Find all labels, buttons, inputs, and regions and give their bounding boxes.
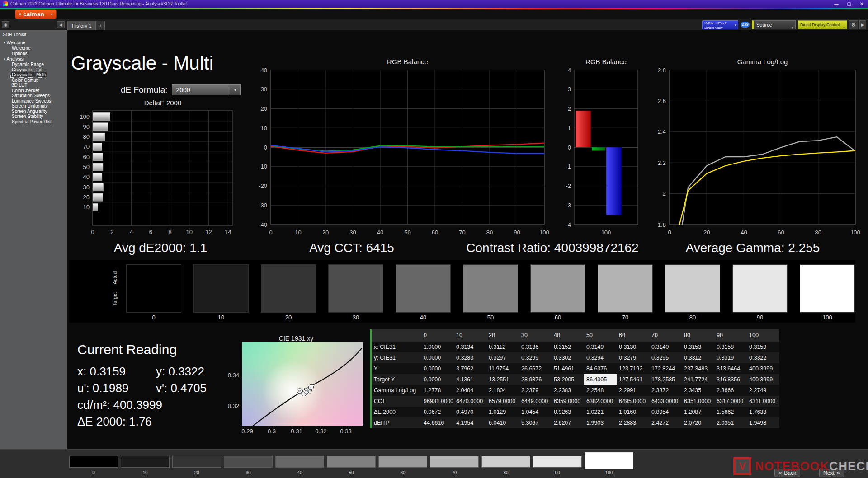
sidebar-section-label: Analysis (7, 56, 24, 61)
sidebar-title: SDR Toolkit (0, 30, 67, 40)
swatch-label: 30 (328, 314, 383, 321)
table-cell: 96931.0000 (421, 396, 454, 407)
pattern-thumb-30[interactable] (224, 456, 273, 468)
sidebar-item-welcome[interactable]: Welcome (0, 46, 67, 51)
display-control-dropdown[interactable]: Direct Display Control ▼ (798, 20, 847, 29)
sidebar-item-label: Dynamic Range (11, 62, 45, 67)
svg-text:2.8: 2.8 (658, 67, 666, 74)
sidebar-item-spectral-power-dist[interactable]: Spectral Power Dist. (0, 119, 67, 125)
svg-text:30: 30 (83, 184, 90, 191)
sidebar-item-grayscale-2pt[interactable]: Grayscale - 2pt (0, 67, 67, 73)
table-cell: 400.3999 (747, 363, 779, 374)
svg-text:RGB Balance: RGB Balance (387, 58, 428, 66)
sidebar-collapse-button[interactable]: ◀ (57, 21, 65, 28)
sidebar-item-colorchecker[interactable]: ColorChecker (0, 88, 67, 94)
tab-add-icon: + (99, 23, 102, 28)
advance-button[interactable]: ▶ (859, 20, 866, 29)
table-cell: Target Y (372, 374, 421, 385)
pattern-thumb-10[interactable] (121, 456, 170, 468)
main-content: Grayscale - Multi dE Formula: 2000 ▼ 024… (67, 30, 868, 449)
pattern-thumb-label: 80 (481, 470, 530, 475)
next-button[interactable]: Next » (819, 469, 844, 477)
table-cell: 0.0000 (421, 374, 454, 385)
table-cell: 6359.0000 (552, 396, 584, 407)
svg-text:50: 50 (404, 229, 410, 236)
svg-text:0: 0 (264, 144, 267, 151)
pattern-thumb-80[interactable] (481, 456, 530, 468)
meter-button[interactable]: X-Rite i1Pro 2 Direct View ▼ (702, 20, 738, 29)
table-cell: 0.3159 (747, 342, 779, 352)
chevron-down-icon: ▼ (734, 24, 737, 27)
sidebar-item-label: Spectral Power Dist. (11, 119, 54, 124)
sidebar-item-screen-stability[interactable]: Screen Stability (0, 114, 67, 119)
pattern-thumb-70[interactable] (430, 456, 479, 468)
calman-menu-button[interactable]: ✳ calman ▼ (15, 10, 56, 19)
sidebar-item-3d-lut[interactable]: 3D LUT (0, 83, 67, 88)
close-button[interactable]: ✕ (855, 0, 868, 8)
pattern-thumb-20[interactable] (172, 456, 221, 468)
reading-u: u': 0.1989 (77, 381, 128, 395)
table-cell: 313.6464 (714, 363, 747, 374)
tab-add-button[interactable]: + (96, 21, 105, 30)
titlebar: Calman 2022 Calman Ultimate for Business… (0, 0, 868, 8)
pattern-thumb-50[interactable] (327, 456, 376, 468)
pattern-thumb-60[interactable] (378, 456, 427, 468)
table-cell: 2.6207 (552, 417, 584, 428)
sidebar-item-label: ColorChecker (11, 88, 40, 93)
pattern-thumb-40[interactable] (275, 456, 324, 468)
tab-history-1[interactable]: History 1 (67, 21, 96, 30)
sidebar-item-dynamic-range[interactable]: Dynamic Range (0, 62, 67, 67)
maximize-button[interactable]: ▢ (843, 0, 855, 8)
svg-text:60: 60 (83, 154, 90, 160)
sidebar-section-analysis[interactable]: ▾Analysis (0, 56, 67, 62)
pattern-thumb-label: 40 (275, 470, 324, 475)
window-controls: — ▢ ✕ (830, 0, 868, 8)
table-cell: 2.0404 (454, 385, 486, 396)
table-cell: 1.9498 (747, 417, 779, 428)
minimize-button[interactable]: — (830, 0, 843, 8)
source-label: Source (756, 22, 772, 28)
sidebar-item-grayscale-multi[interactable]: Grayscale - Multi (0, 72, 67, 78)
sidebar-item-saturation-sweeps[interactable]: Saturation Sweeps (0, 93, 67, 98)
settings-button[interactable]: ⚙ (849, 20, 858, 29)
svg-text:-2: -2 (566, 183, 571, 189)
back-button[interactable]: « Back (774, 469, 800, 477)
next-label: Next (823, 470, 835, 476)
table-row: Gamma Log/Log1.27782.04042.18042.23792.2… (372, 385, 779, 396)
svg-text:1: 1 (568, 125, 571, 131)
cie-ytick: 0.34 (217, 372, 239, 379)
svg-text:-10: -10 (259, 163, 267, 170)
source-dropdown[interactable]: Source ▼ (752, 20, 796, 29)
pane-toggle-button[interactable]: ◉ (2, 21, 9, 28)
sidebar-item-color-gamut[interactable]: Color Gamut (0, 78, 67, 83)
sidebar-item-options[interactable]: Options (0, 51, 67, 56)
table-cell: 0.3299 (519, 352, 552, 363)
table-cell: 0.3152 (552, 342, 584, 352)
table-cell: 20 (486, 329, 519, 342)
table-cell: 0.3295 (649, 352, 682, 363)
de-formula-control: dE Formula: 2000 ▼ (121, 84, 241, 95)
de-formula-dropdown[interactable]: 2000 ▼ (172, 84, 241, 95)
pattern-thumb-100[interactable] (585, 452, 633, 469)
sidebar-item-luminance-sweeps[interactable]: Luminance Sweeps (0, 98, 67, 104)
table-cell: 1.5662 (714, 407, 747, 417)
reading-y: y: 0.3322 (156, 365, 204, 379)
sidebar-item-screen-angularity[interactable]: Screen Angularity (0, 109, 67, 114)
grayscale-swatch-10 (193, 264, 249, 313)
svg-text:40: 40 (377, 229, 383, 236)
table-cell: 2.2383 (552, 385, 584, 396)
table-row: CCT96931.00006470.00006579.00006449.0000… (372, 396, 779, 407)
sidebar-item-screen-uniformity[interactable]: Screen Uniformity (0, 103, 67, 109)
table-cell: 0.3153 (682, 342, 714, 352)
tab-label: History 1 (72, 23, 91, 28)
pattern-thumb-0[interactable] (69, 456, 118, 468)
tab-bar: ◉ ◀ History 1 + X-Rite i1Pro 2 Direct Vi… (0, 19, 868, 30)
swatch-label: 0 (126, 314, 181, 321)
table-cell: 2.4272 (649, 417, 682, 428)
table-cell: Y (372, 363, 421, 374)
pattern-thumb-90[interactable] (533, 456, 582, 468)
table-cell: 6351.0000 (682, 396, 714, 407)
cie-measurement-point (309, 384, 314, 389)
sidebar-section-welcome[interactable]: ▾Welcome (0, 40, 67, 46)
table-cell: 1.0000 (421, 342, 454, 352)
